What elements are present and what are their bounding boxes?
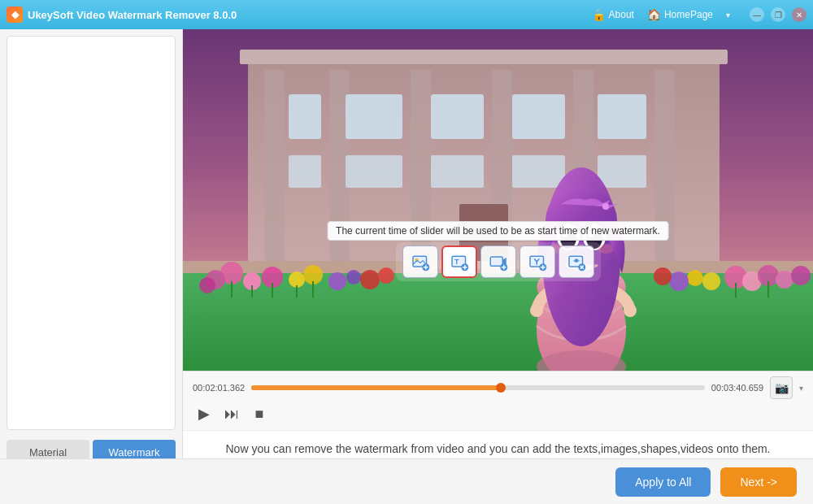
timeline-thumb[interactable] xyxy=(496,383,506,393)
svg-point-30 xyxy=(328,272,346,290)
svg-rect-12 xyxy=(512,94,565,139)
stop-button[interactable]: ■ xyxy=(248,402,271,425)
svg-point-27 xyxy=(199,277,215,293)
svg-point-40 xyxy=(687,270,703,286)
main-container: Material Watermark ✕ ↑ ↓ xyxy=(0,29,813,504)
app-title: UkeySoft Video Watermark Remover 8.0.0 xyxy=(28,9,237,21)
svg-rect-2 xyxy=(264,70,285,265)
svg-rect-15 xyxy=(346,155,402,188)
timeline-track[interactable] xyxy=(251,385,705,390)
svg-point-83 xyxy=(574,259,578,263)
svg-rect-22 xyxy=(183,273,813,371)
bottom-bar: Apply to All Next -> xyxy=(0,458,813,504)
sidebar: Material Watermark ✕ ↑ ↓ xyxy=(0,29,183,504)
svg-point-33 xyxy=(378,267,394,284)
title-bar-left: ◆ UkeySoft Video Watermark Remover 8.0.0 xyxy=(7,7,237,23)
info-message: Now you can remove the watermark from vi… xyxy=(225,442,770,455)
svg-text:T: T xyxy=(454,258,459,266)
title-bar: ◆ UkeySoft Video Watermark Remover 8.0.0… xyxy=(0,0,813,29)
add-image-watermark-button[interactable] xyxy=(402,245,438,278)
toolbar-tooltip: The current time of slider will be used … xyxy=(327,221,669,241)
apply-all-button[interactable]: Apply to All xyxy=(615,467,711,497)
restore-button[interactable]: ❐ xyxy=(771,7,785,22)
playback-controls: ▶ ⏭ ■ xyxy=(193,402,803,425)
svg-point-56 xyxy=(624,304,637,317)
svg-rect-77 xyxy=(490,257,502,266)
svg-rect-16 xyxy=(431,155,484,188)
dropdown-arrow[interactable]: ▾ xyxy=(726,11,730,20)
svg-point-39 xyxy=(702,272,720,290)
remove-watermark-button[interactable] xyxy=(559,245,594,278)
svg-rect-9 xyxy=(289,94,321,139)
close-button[interactable]: ✕ xyxy=(792,7,806,22)
svg-rect-11 xyxy=(431,94,484,139)
svg-point-42 xyxy=(654,267,672,285)
add-text-watermark-button[interactable]: T xyxy=(441,245,477,278)
video-canvas: T xyxy=(183,29,813,371)
about-button[interactable]: 🔒 About xyxy=(592,8,634,21)
timeline-fill xyxy=(251,385,501,390)
svg-point-69 xyxy=(602,203,609,210)
screenshot-button[interactable]: 📷 xyxy=(770,376,793,399)
add-video-watermark-button[interactable] xyxy=(480,245,516,278)
svg-point-31 xyxy=(346,270,361,285)
svg-point-37 xyxy=(776,271,793,289)
svg-rect-8 xyxy=(240,50,728,64)
next-button[interactable]: Next -> xyxy=(720,467,797,497)
video-background xyxy=(183,29,813,371)
svg-rect-17 xyxy=(512,155,565,188)
window-controls: — ❐ ✕ xyxy=(750,7,806,22)
timeline-area: 00:02:01.362 00:03:40.659 📷 ▾ xyxy=(193,376,803,399)
video-toolbar: T xyxy=(396,242,601,281)
dropdown-chevron[interactable]: ▾ xyxy=(799,384,803,393)
svg-rect-14 xyxy=(289,155,321,188)
next-frame-button[interactable]: ⏭ xyxy=(220,402,243,425)
title-bar-right: 🔒 About 🏠 HomePage ▾ — ❐ ✕ xyxy=(592,7,806,22)
app-icon: ◆ xyxy=(7,7,23,23)
svg-rect-10 xyxy=(346,94,402,139)
svg-point-55 xyxy=(530,304,543,317)
svg-point-32 xyxy=(360,270,380,289)
player-controls: 00:02:01.362 00:03:40.659 📷 ▾ ▶ ⏭ ■ xyxy=(183,371,813,430)
material-list xyxy=(7,36,176,430)
video-area: T xyxy=(183,29,813,504)
play-button[interactable]: ▶ xyxy=(193,402,215,425)
total-time: 00:03:40.659 xyxy=(711,383,763,393)
homepage-button[interactable]: 🏠 HomePage xyxy=(647,8,713,21)
svg-point-41 xyxy=(669,272,689,291)
svg-rect-13 xyxy=(598,94,646,139)
minimize-button[interactable]: — xyxy=(750,7,764,22)
svg-point-38 xyxy=(791,266,811,285)
current-time: 00:02:01.362 xyxy=(193,383,245,393)
svg-rect-18 xyxy=(598,155,646,188)
add-animated-watermark-button[interactable] xyxy=(520,245,555,278)
